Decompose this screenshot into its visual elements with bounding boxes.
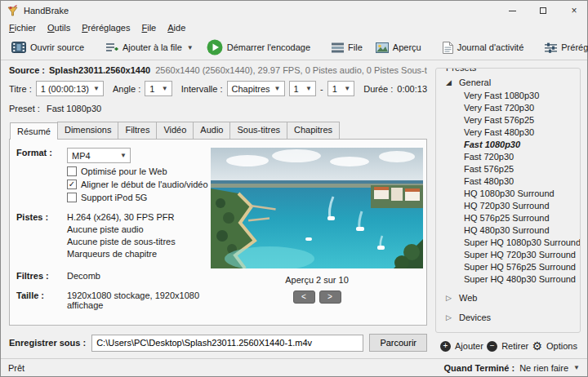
- when-done-control[interactable]: Quand Terminé : Ne rien faire ▼: [444, 363, 580, 373]
- preview-caption: Aperçu 2 sur 10: [285, 275, 349, 285]
- titre-label: Titre :: [9, 84, 32, 94]
- save-path-input[interactable]: [91, 335, 363, 352]
- preset-group-general[interactable]: ◢ General: [438, 75, 578, 90]
- checkbox-unchecked-icon[interactable]: [67, 166, 77, 176]
- toggle-presets-button[interactable]: Préréglages: [539, 39, 588, 56]
- tab-audio[interactable]: Audio: [193, 122, 230, 139]
- collapsed-triangle-icon[interactable]: ▷: [446, 294, 454, 302]
- web-optimized-checkbox-row[interactable]: Optimisé pour le Web: [67, 166, 214, 176]
- tab-video[interactable]: Vidéo: [156, 122, 194, 139]
- align-av-start-label: Aligner le début de l'audio/vidéo: [81, 180, 208, 189]
- format-row: Format : MP4▼: [16, 148, 214, 163]
- preset-item[interactable]: Fast 720p30: [438, 151, 578, 163]
- size-row: Taille : 1920x1080 stockage, 1920x1080 a…: [16, 291, 214, 310]
- menu-fichier[interactable]: Fichier: [3, 21, 42, 34]
- collapsed-triangle-icon[interactable]: ▷: [446, 313, 454, 322]
- range-end-select[interactable]: 1▼: [327, 81, 355, 96]
- preview-prev-button[interactable]: <: [293, 291, 315, 304]
- preset-group-devices[interactable]: ▷ Devices: [438, 310, 578, 325]
- menu-outils[interactable]: Outils: [42, 21, 76, 34]
- preset-group-label: General: [459, 78, 491, 87]
- preset-value: Fast 1080p30: [47, 104, 101, 113]
- add-to-queue-icon: [105, 42, 118, 53]
- format-label: Format :: [16, 148, 67, 163]
- close-button[interactable]: ×: [561, 1, 587, 20]
- preset-add-button[interactable]: + Ajouter: [440, 341, 483, 352]
- title-select-value: 1 (00:00:13): [41, 84, 89, 94]
- preset-item[interactable]: HQ 720p30 Surround: [438, 200, 578, 212]
- film-strip-icon: [11, 42, 26, 53]
- preset-item[interactable]: Fast 576p25: [438, 163, 578, 175]
- angle-label: Angle :: [113, 84, 140, 94]
- summary-info-column: Format : MP4▼ Optimisé pour le Web ✓ Ali…: [16, 148, 214, 320]
- preset-item-selected[interactable]: Fast 1080p30: [438, 139, 578, 151]
- tab-chapitres[interactable]: Chapitres: [287, 122, 340, 139]
- menu-file[interactable]: File: [136, 21, 162, 34]
- preset-group-matroska[interactable]: ▷ Matroska: [438, 330, 578, 333]
- range-start-select[interactable]: 1▼: [289, 81, 317, 96]
- preset-item[interactable]: HQ 480p30 Surround: [438, 224, 578, 237]
- close-icon: ×: [571, 5, 577, 16]
- preset-item[interactable]: HQ 576p25 Surround: [438, 212, 578, 224]
- range-type-value: Chapitres: [232, 84, 270, 94]
- checkbox-unchecked-icon[interactable]: [67, 193, 77, 202]
- minimize-button[interactable]: [499, 1, 525, 20]
- track-video: H.264 (x264), 30 FPS PFR: [67, 212, 176, 222]
- chevron-down-icon: ▼: [344, 85, 350, 92]
- presets-panel: Presets ◢ General Very Fast 1080p30 Very…: [434, 60, 587, 358]
- start-encode-button[interactable]: Démarrer l'encodage: [201, 36, 316, 59]
- preset-group-web[interactable]: ▷ Web: [438, 291, 578, 305]
- preset-item[interactable]: HQ 1080p30 Surround: [438, 188, 578, 200]
- preset-label: Preset :: [9, 104, 40, 113]
- preset-remove-button[interactable]: − Retirer: [487, 341, 528, 352]
- menu-aide[interactable]: Aide: [162, 21, 191, 34]
- encode-settings-area: Source :Splash23011.2560x14402560x1440 (…: [1, 60, 434, 358]
- browse-button[interactable]: Parcourir: [369, 334, 427, 352]
- format-select[interactable]: MP4▼: [67, 148, 131, 163]
- preset-item[interactable]: Very Fast 576p25: [438, 114, 578, 126]
- add-to-queue-button[interactable]: Ajouter à la file ▼: [100, 38, 199, 56]
- preset-options-button[interactable]: ⚙ Options: [532, 340, 577, 352]
- ipod-5g-checkbox-row[interactable]: Support iPod 5G: [67, 193, 214, 202]
- tab-resume[interactable]: Résumé: [10, 122, 58, 140]
- chevron-down-icon: ▼: [187, 44, 194, 51]
- preview-button[interactable]: Aperçu: [370, 39, 427, 56]
- menu-prereglages[interactable]: Préréglages: [76, 21, 136, 34]
- tab-dimensions[interactable]: Dimensions: [57, 122, 118, 139]
- tab-filtres[interactable]: Filtres: [118, 122, 157, 139]
- preset-item[interactable]: Fast 480p30: [438, 175, 578, 188]
- expanded-triangle-icon[interactable]: ◢: [446, 78, 454, 86]
- settings-tabs: Résumé Dimensions Filtres Vidéo Audio So…: [9, 122, 427, 139]
- queue-button[interactable]: File: [326, 39, 368, 56]
- source-label: Source :: [9, 65, 45, 75]
- maximize-button[interactable]: [530, 1, 556, 20]
- status-text: Prêt: [8, 363, 24, 373]
- preset-item[interactable]: Very Fast 480p30: [438, 126, 578, 139]
- preset-item[interactable]: Super HQ 720p30 Surround: [438, 249, 578, 261]
- handbrake-logo-icon: [7, 5, 19, 17]
- checkbox-checked-icon[interactable]: ✓: [67, 180, 77, 189]
- preview-next-button[interactable]: >: [319, 291, 341, 304]
- preset-group-label: Devices: [459, 313, 491, 322]
- title-select[interactable]: 1 (00:00:13)▼: [36, 81, 104, 96]
- main-area: Source :Splash23011.2560x14402560x1440 (…: [1, 60, 587, 358]
- activity-log-button[interactable]: Journal d'activité: [437, 38, 530, 57]
- play-icon: [207, 39, 223, 55]
- tab-sous-titres[interactable]: Sous-titres: [229, 122, 287, 139]
- preset-item[interactable]: Very Fast 720p30: [438, 102, 578, 114]
- preset-item[interactable]: Super HQ 1080p30 Surround: [438, 237, 578, 249]
- filters-row: Filtres : Decomb: [16, 271, 214, 281]
- source-info-row: Source :Splash23011.2560x14402560x1440 (…: [9, 65, 427, 75]
- preset-item[interactable]: Very Fast 1080p30: [438, 90, 578, 102]
- range-type-select[interactable]: Chapitres▼: [227, 81, 285, 96]
- activity-log-icon: [443, 42, 453, 54]
- align-av-start-checkbox-row[interactable]: ✓ Aligner le début de l'audio/vidéo: [67, 180, 214, 189]
- queue-label: File: [348, 42, 363, 52]
- angle-select[interactable]: 1▼: [145, 81, 172, 96]
- preset-item[interactable]: Super HQ 576p25 Surround: [438, 261, 578, 273]
- open-source-button[interactable]: Ouvrir source: [6, 38, 90, 56]
- queue-icon: [332, 42, 344, 53]
- preset-item[interactable]: Super HQ 480p30 Surround: [438, 273, 578, 286]
- preview-nav: < >: [293, 291, 341, 304]
- start-encode-label: Démarrer l'encodage: [227, 42, 310, 52]
